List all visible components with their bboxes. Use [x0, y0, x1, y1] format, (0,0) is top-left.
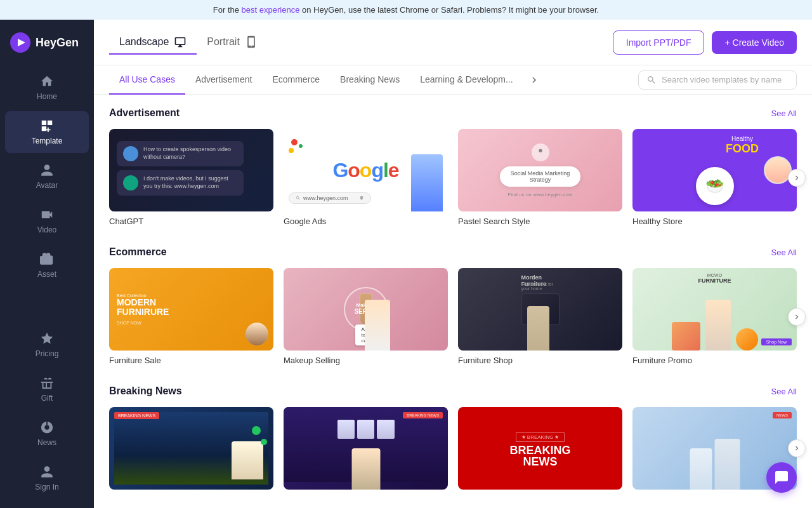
breaking-news-title: Breaking News [109, 385, 182, 397]
tab-breaking-news[interactable]: Breaking News [330, 65, 410, 95]
sidebar-label-signin: Sign In [35, 483, 58, 491]
ecommerce-section: Ecommerce See All Best Collection MODERN… [109, 246, 797, 365]
template-card-google-ads[interactable]: Google www.heygen.com [284, 129, 448, 226]
content-area: Landscape Portrait Import PPT/PDF + Crea… [94, 20, 812, 508]
chevron-right-icon [792, 444, 801, 453]
sidebar-label-news: News [37, 438, 56, 447]
advertisement-section: Advertisement See All How to create spok… [109, 107, 797, 226]
mobile-icon [245, 36, 258, 48]
portrait-tab[interactable]: Portrait [197, 30, 268, 55]
template-name-furn-shop: Furniture Shop [458, 356, 622, 365]
landscape-tab[interactable]: Landscape [109, 30, 197, 55]
chevron-right-icon [792, 312, 801, 321]
template-card-furniture-sale[interactable]: Best Collection MODERNFURNIRURE SHOP NOW… [109, 268, 273, 365]
svg-point-3 [44, 425, 49, 429]
ecommerce-title: Ecommerce [109, 246, 167, 258]
breaking-next-arrow[interactable] [788, 439, 806, 457]
ecommerce-next-arrow[interactable] [788, 308, 806, 326]
sidebar-label-asset: Asset [37, 270, 56, 279]
ecommerce-see-all[interactable]: See All [771, 248, 797, 257]
template-name-furn-promo: Furniture Promo [632, 356, 797, 365]
sidebar-item-gift[interactable]: Gift [5, 368, 89, 410]
template-card-pastel[interactable]: Social Media Marketing Strategy Find us … [458, 129, 622, 226]
create-video-btn[interactable]: + Create Video [712, 31, 797, 54]
breaking-news-badge: BREAKING NEWS [114, 412, 159, 419]
advertisement-title: Advertisement [109, 107, 180, 119]
monitor-icon [174, 36, 187, 48]
sidebar-item-signin[interactable]: Sign In [5, 457, 89, 499]
sidebar-item-asset[interactable]: Asset [5, 244, 89, 286]
sidebar-label-video: Video [37, 225, 56, 234]
sidebar-label-gift: Gift [41, 394, 53, 403]
logo[interactable]: HeyGen [0, 27, 94, 65]
template-name-makeup: Makeup Selling [284, 356, 448, 365]
category-tabs: All Use Cases Advertisement Ecommerce Br… [94, 65, 812, 95]
content-header: Landscape Portrait Import PPT/PDF + Crea… [94, 20, 812, 65]
news-icon [40, 420, 54, 434]
template-card-breaking1[interactable]: BREAKING NEWS [109, 407, 273, 490]
sidebar-label-pricing: Pricing [36, 349, 59, 358]
video-icon [40, 208, 54, 222]
sidebar-item-pricing[interactable]: Pricing [5, 324, 89, 366]
top-banner: For the best experience on HeyGen, use t… [0, 0, 812, 20]
signin-icon [40, 465, 54, 479]
sidebar-label-avatar: Avatar [36, 181, 58, 190]
chat-support-button[interactable] [766, 462, 797, 493]
sidebar: HeyGen Home Template Avatar Video Asset … [0, 20, 94, 508]
import-btn[interactable]: Import PPT/PDF [613, 30, 705, 55]
pricing-icon [40, 331, 54, 345]
tab-learning[interactable]: Learning & Developm... [410, 65, 523, 95]
template-icon [40, 119, 54, 133]
gift-icon [40, 376, 54, 390]
template-card-healthy[interactable]: Healthy FOOD 🥗 Healthy Store [632, 129, 797, 226]
sidebar-label-home: Home [37, 92, 57, 101]
template-name-healthy: Healthy Store [632, 217, 797, 226]
logo-text: HeyGen [36, 36, 79, 50]
sidebar-item-video[interactable]: Video [5, 200, 89, 242]
avatar-icon [40, 163, 54, 177]
template-card-chatgpt[interactable]: How to create spokesperson video without… [109, 129, 273, 226]
search-box [638, 70, 797, 90]
advertisement-next-arrow[interactable] [788, 169, 806, 187]
categories-next-arrow[interactable] [526, 74, 542, 86]
template-card-furn-promo[interactable]: MOVIO FURNITURE Shop Now Furniture [632, 268, 797, 365]
template-card-breaking3[interactable]: ★ BREAKING ★ BREAKINGNEWS [458, 407, 622, 490]
advertisement-see-all[interactable]: See All [771, 109, 797, 118]
tab-all-use-cases[interactable]: All Use Cases [109, 65, 185, 95]
sidebar-item-avatar[interactable]: Avatar [5, 156, 89, 197]
best-experience-link[interactable]: best experience [242, 5, 300, 15]
breaking-news-section: Breaking News See All BREAKING NEWS [109, 385, 797, 490]
template-name-google-ads: Google Ads [284, 217, 448, 226]
sidebar-item-home[interactable]: Home [5, 67, 89, 109]
tab-advertisement[interactable]: Advertisement [185, 65, 262, 95]
template-name-chatgpt: ChatGPT [109, 217, 273, 226]
breaking-news-see-all[interactable]: See All [771, 387, 797, 396]
search-icon [646, 75, 657, 85]
chat-icon [774, 470, 789, 485]
asset-icon [40, 252, 54, 266]
template-card-furn-shop[interactable]: Morden Furniture Find the best for your … [458, 268, 622, 365]
sidebar-item-news[interactable]: News [5, 413, 89, 455]
template-card-makeup[interactable]: Makeup SERUM Add to cart Makeup Selling [284, 268, 448, 365]
chevron-right-icon [792, 173, 801, 182]
template-name-furniture-sale: Furniture Sale [109, 356, 273, 365]
template-card-breaking2[interactable]: BREAKING NEWS [284, 407, 448, 490]
main-content: Advertisement See All How to create spok… [94, 95, 812, 508]
sidebar-item-template[interactable]: Template [5, 111, 89, 153]
search-input[interactable] [662, 75, 789, 84]
home-icon [40, 74, 54, 88]
sidebar-label-template: Template [32, 137, 63, 145]
tab-ecommerce[interactable]: Ecommerce [262, 65, 330, 95]
chevron-right-icon [528, 74, 540, 86]
template-name-pastel: Pastel Search Style [458, 217, 622, 226]
